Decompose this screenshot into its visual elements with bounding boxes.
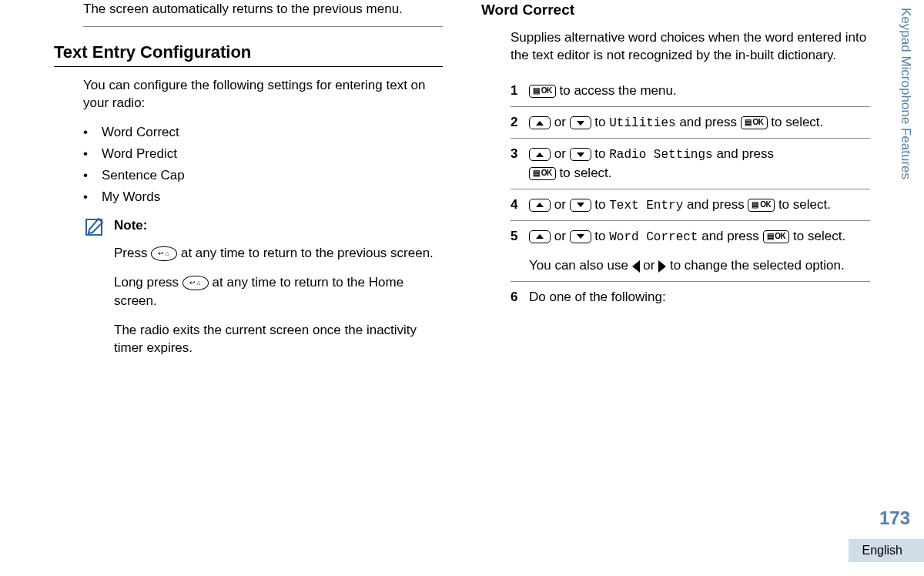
page-number: 173 [879, 505, 910, 531]
menu-item-utilities: Utilities [609, 116, 675, 130]
list-item: Word Predict [83, 145, 443, 163]
text: to change the selected option. [670, 258, 845, 273]
prev-menu-text: The screen automatically returns to the … [83, 0, 443, 18]
step-6: 6 Do one of the following: [481, 282, 870, 313]
step-number: 4 [511, 196, 529, 214]
ok-key-icon: ▤ OK [529, 167, 556, 180]
list-item: My Words [83, 188, 443, 206]
down-key-icon [570, 116, 591, 129]
text: or [554, 229, 570, 243]
down-key-icon [570, 199, 591, 212]
up-key-icon [529, 199, 551, 212]
list-item: Word Correct [83, 123, 443, 142]
text: and press [687, 197, 748, 212]
side-tab-label: Keypad Microphone Features [896, 8, 915, 179]
step-number: 2 [511, 113, 529, 132]
ok-key-icon: ▤ OK [741, 116, 768, 129]
step-5: 5 or to Word Correct and press ▤ OK to s… [481, 221, 870, 281]
step-number: 1 [511, 82, 529, 100]
text: to select. [771, 115, 823, 129]
text: or [554, 197, 570, 212]
note-para-1: Press ↩⌂ at any time to return to the pr… [114, 244, 435, 263]
text: and press [701, 229, 762, 243]
text: to select. [793, 229, 845, 243]
right-arrow-icon [658, 260, 666, 273]
text: to [594, 146, 609, 161]
note-icon [83, 216, 106, 239]
divider [83, 26, 443, 27]
text: Do one of the following: [529, 290, 666, 304]
text: Press [114, 246, 151, 260]
step-number: 5 [511, 227, 529, 275]
note-block: Note: Press ↩⌂ at any time to return to … [83, 216, 443, 368]
text: or [643, 258, 658, 273]
ok-key-icon: ▤ OK [763, 230, 790, 243]
step-1: 1 ▤ OK to access the menu. [481, 75, 870, 106]
step-2: 2 or to Utilities and press ▤ OK to sele… [481, 107, 870, 138]
up-key-icon [529, 230, 551, 243]
text: Long press [114, 275, 182, 290]
text: to select. [778, 197, 831, 212]
step-3: 3 or to Radio Settings and press ▤ OK to… [481, 139, 870, 188]
note-para-2: Long press ↩⌂ at any time to return to t… [114, 273, 435, 310]
back-home-key-icon: ↩⌂ [151, 246, 177, 261]
ok-key-icon: ▤ OK [529, 85, 556, 98]
left-arrow-icon [632, 260, 640, 273]
menu-item-radio-settings: Radio Settings [609, 148, 712, 162]
text: at any time to return to the previous sc… [181, 246, 434, 260]
text: or [554, 146, 570, 161]
text: You can also use [529, 258, 632, 273]
config-list: Word Correct Word Predict Sentence Cap M… [83, 123, 443, 206]
menu-item-text-entry: Text Entry [609, 199, 683, 213]
text: to [594, 115, 609, 129]
section-title: Text Entry Configuration [54, 41, 443, 67]
text: to access the menu. [560, 83, 677, 98]
text: and press [679, 115, 740, 129]
text: to [594, 229, 609, 243]
note-label: Note: [114, 216, 435, 235]
config-intro: You can configure the following settings… [83, 76, 443, 113]
text: and press [716, 146, 774, 161]
up-key-icon [529, 116, 551, 129]
word-correct-intro: Supplies alternative word choices when t… [511, 28, 870, 65]
menu-item-word-correct: Word Correct [609, 230, 698, 244]
text: to [594, 197, 609, 212]
list-item: Sentence Cap [83, 166, 443, 185]
text: or [554, 115, 570, 129]
step-number: 6 [511, 288, 529, 306]
down-key-icon [570, 148, 591, 161]
down-key-icon [570, 230, 591, 243]
text: to select. [560, 166, 612, 180]
subsection-title: Word Correct [481, 0, 870, 21]
ok-key-icon: ▤ OK [748, 199, 775, 212]
language-tab: English [849, 539, 924, 562]
up-key-icon [529, 148, 551, 161]
back-home-key-icon: ↩⌂ [182, 276, 209, 290]
note-para-3: The radio exits the current screen once … [114, 321, 435, 358]
step-number: 3 [511, 145, 529, 182]
step-4: 4 or to Text Entry and press ▤ OK to sel… [481, 189, 870, 220]
